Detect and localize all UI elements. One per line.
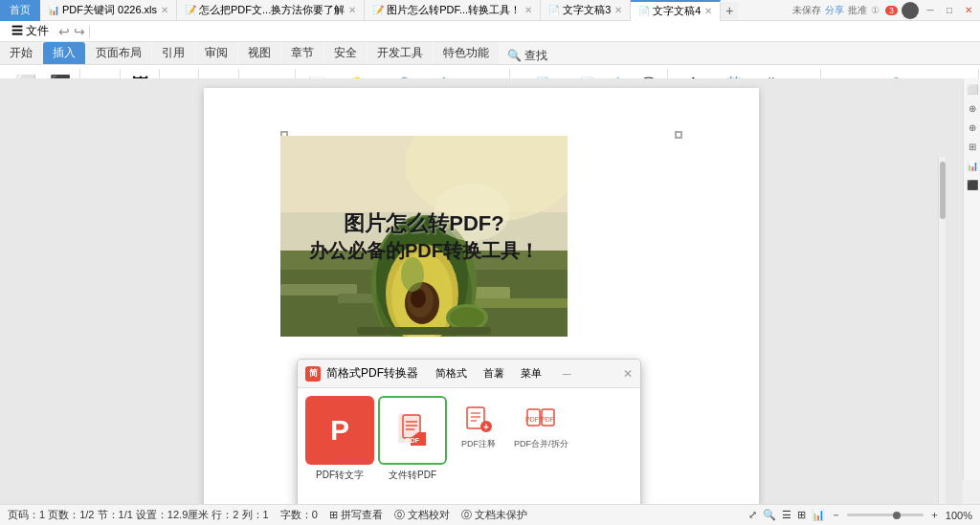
pdf-to-text-item[interactable]: P PDF转文字 bbox=[305, 396, 374, 482]
rt-btn-2[interactable]: ⊕ bbox=[966, 101, 979, 115]
right-toolbar: ⬜ ⊕ ⊕ ⊞ 📊 ⬛ bbox=[963, 78, 980, 480]
new-tab-button[interactable]: + bbox=[721, 2, 738, 19]
tab-insert[interactable]: 插入 bbox=[43, 42, 85, 64]
tab-special[interactable]: 特色功能 bbox=[434, 42, 499, 64]
expand-view-btn[interactable]: ⤢ bbox=[748, 509, 757, 521]
page-info: 页码：1 页数：1/2 节：1/1 设置：12.9厘米 行：2 列：1 bbox=[8, 508, 269, 522]
svg-rect-8 bbox=[472, 298, 568, 308]
image-title-line2: 办公必备的PDF转换工具！ bbox=[309, 238, 539, 264]
share-btn[interactable]: 分享 bbox=[825, 4, 844, 17]
menu-divider-1 bbox=[89, 25, 90, 38]
zoom-in-btn[interactable]: ＋ bbox=[929, 508, 940, 522]
rt-btn-6[interactable]: ⬛ bbox=[966, 178, 979, 191]
status-bar: 页码：1 页数：1/2 节：1/1 设置：12.9厘米 行：2 列：1 字数：0… bbox=[0, 504, 980, 525]
batch-btn[interactable]: 批准 bbox=[848, 4, 867, 17]
tab-pdf-convert[interactable]: 📝 怎么把PDF文...换方法你要了解 ✕ bbox=[177, 0, 365, 21]
minimize-button[interactable]: ─ bbox=[923, 3, 938, 18]
view-mode-btn3[interactable]: ⊞ bbox=[797, 509, 806, 521]
pdf-dialog-minimize-btn[interactable]: ─ bbox=[563, 367, 571, 381]
zoom-slider[interactable] bbox=[847, 514, 924, 516]
title-bar: 首页 📊 PDF关键词 0226.xls ✕ 📝 怎么把PDF文...换方法你要… bbox=[0, 0, 980, 21]
resize-handle-tr[interactable] bbox=[675, 131, 682, 139]
unsaved-status: 未保存 bbox=[792, 4, 821, 17]
tab-xls[interactable]: 📊 PDF关键词 0226.xls ✕ bbox=[40, 0, 177, 21]
svg-point-18 bbox=[450, 307, 484, 328]
maximize-button[interactable]: □ bbox=[942, 3, 957, 18]
view-mode-btn2[interactable]: ☰ bbox=[782, 509, 791, 521]
svg-rect-21 bbox=[357, 327, 491, 335]
home-tab[interactable]: 首页 bbox=[0, 0, 40, 21]
help-btn[interactable]: ① bbox=[871, 5, 880, 15]
rt-btn-1[interactable]: ⬜ bbox=[966, 82, 979, 96]
svg-text:+: + bbox=[483, 422, 489, 432]
pdf-comment-svg: + bbox=[463, 404, 494, 434]
pdf-dialog-close-btn[interactable]: ✕ bbox=[623, 367, 633, 381]
spell-check-btn[interactable]: ⊞ 拼写查看 bbox=[329, 508, 383, 522]
tab-view[interactable]: 视图 bbox=[238, 42, 280, 64]
rt-btn-3[interactable]: ⊕ bbox=[966, 120, 979, 134]
pdf-dialog-tabs: 简格式 首薯 菜单 bbox=[424, 365, 553, 382]
doc-check-btn[interactable]: ⓪ 文档校对 bbox=[394, 508, 450, 522]
status-bar-right: ⤢ 🔍 ☰ ⊞ 📊 － ＋ 100% bbox=[748, 508, 972, 522]
tab-reference[interactable]: 引用 bbox=[152, 42, 194, 64]
pdf-comment-label: PDF注释 bbox=[461, 438, 496, 450]
scrollbar-thumb[interactable] bbox=[940, 162, 946, 219]
tab-dev[interactable]: 开发工具 bbox=[368, 42, 433, 64]
view-mode-btn1[interactable]: 🔍 bbox=[763, 509, 776, 521]
window-controls: 未保存 分享 批准 ① 3 ─ □ ✕ bbox=[792, 2, 980, 19]
menu-bar: ☰ 文件 ↩ ↪ bbox=[0, 21, 980, 42]
zoom-out-btn[interactable]: － bbox=[831, 508, 841, 522]
vertical-scrollbar[interactable] bbox=[938, 157, 946, 504]
document-image: 图片怎么转PDF? 办公必备的PDF转换工具！ bbox=[280, 136, 568, 337]
user-avatar[interactable] bbox=[902, 2, 919, 19]
menu-file[interactable]: ☰ 文件 bbox=[4, 21, 56, 41]
image-text-overlay: 图片怎么转PDF? 办公必备的PDF转换工具！ bbox=[309, 209, 539, 264]
pdf-merge-svg: PDF PDF bbox=[525, 404, 556, 434]
pdf-merge-icon: PDF PDF bbox=[517, 400, 565, 438]
pdf-comment-item[interactable]: + PDF注释 bbox=[451, 396, 506, 454]
pdf-icons-area: P PDF转文字 PDF 文件转PDF bbox=[298, 388, 640, 522]
pdf-merge-item[interactable]: PDF PDF PDF合并/拆分 bbox=[510, 396, 572, 454]
toolbar-tabs-row: 开始 插入 页面布局 引用 审阅 视图 章节 安全 开发工具 特色功能 🔍 查找 bbox=[0, 42, 980, 65]
file-to-pdf-svg: PDF bbox=[395, 413, 430, 448]
undo-btn[interactable]: ↩ bbox=[56, 24, 72, 39]
tab-layout[interactable]: 页面布局 bbox=[86, 42, 151, 64]
pdf-tab-format[interactable]: 简格式 bbox=[428, 365, 475, 382]
pdf-tab-home[interactable]: 首薯 bbox=[476, 365, 512, 382]
pdf-dialog-title-text: 简格式PDF转换器 bbox=[326, 365, 418, 382]
tab-start[interactable]: 开始 bbox=[0, 42, 42, 64]
tab-chapter[interactable]: 章节 bbox=[281, 42, 323, 64]
pdf-to-text-label: PDF转文字 bbox=[316, 469, 364, 482]
rt-btn-5[interactable]: 📊 bbox=[966, 159, 979, 172]
tab-doc3[interactable]: 📄 文字文稿3 ✕ bbox=[541, 0, 631, 21]
pdf-tab-menu[interactable]: 菜单 bbox=[513, 365, 549, 382]
view-mode-btn4[interactable]: 📊 bbox=[812, 509, 825, 521]
pdf-logo: 简 bbox=[305, 366, 321, 382]
pdf-comment-icon: + bbox=[455, 400, 502, 438]
close-tab-4[interactable]: ✕ bbox=[704, 6, 712, 16]
file-to-pdf-item[interactable]: PDF 文件转PDF bbox=[378, 396, 447, 482]
pdf-dialog-titlebar: 简 简格式PDF转换器 简格式 首薯 菜单 ─ ✕ bbox=[298, 360, 640, 388]
svg-point-16 bbox=[411, 289, 426, 308]
redo-btn[interactable]: ↪ bbox=[72, 24, 87, 39]
close-tab-2[interactable]: ✕ bbox=[524, 5, 532, 15]
svg-text:PDF: PDF bbox=[406, 437, 420, 444]
pdf-merge-label: PDF合并/拆分 bbox=[514, 438, 568, 450]
close-tab-0[interactable]: ✕ bbox=[161, 5, 168, 15]
rt-btn-4[interactable]: ⊞ bbox=[966, 140, 979, 153]
doc-protect-btn[interactable]: ⓪ 文档未保护 bbox=[461, 508, 527, 522]
svg-text:PDF: PDF bbox=[541, 416, 554, 423]
close-button[interactable]: ✕ bbox=[961, 3, 976, 18]
close-tab-3[interactable]: ✕ bbox=[614, 5, 622, 15]
close-tab-1[interactable]: ✕ bbox=[348, 5, 356, 15]
tab-review[interactable]: 审阅 bbox=[195, 42, 237, 64]
word-count: 字数：0 bbox=[280, 508, 318, 522]
zoom-level: 100% bbox=[946, 510, 972, 521]
tab-security[interactable]: 安全 bbox=[324, 42, 367, 64]
badge-count: 3 bbox=[883, 5, 898, 15]
tab-doc4-active[interactable]: 📄 文字文稿4 ✕ bbox=[631, 0, 721, 21]
file-to-pdf-label: 文件转PDF bbox=[389, 469, 436, 482]
search-area[interactable]: 🔍 查找 bbox=[507, 48, 547, 64]
zoom-thumb[interactable] bbox=[893, 512, 901, 519]
tab-image-pdf[interactable]: 📝 图片怎么转PDF...转换工具！ ✕ bbox=[365, 0, 541, 21]
